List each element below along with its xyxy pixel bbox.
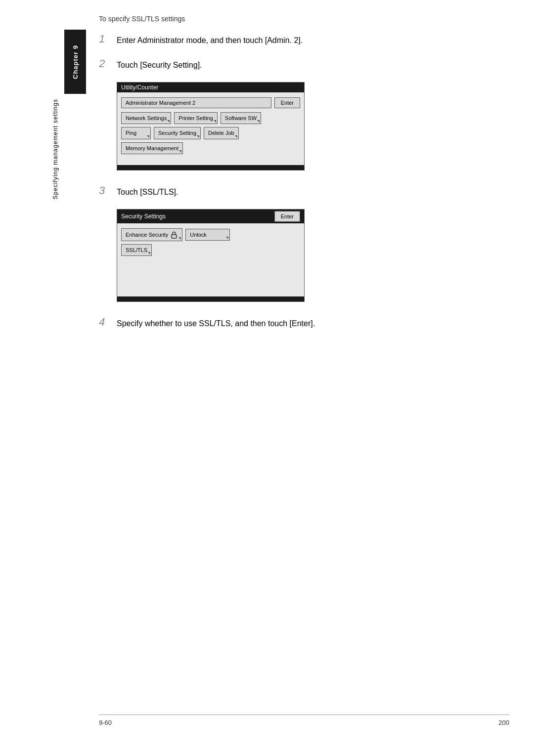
panel2-row2: SSL/TLS [121, 244, 300, 256]
step-1-text: Enter Administrator mode, and then touch… [117, 33, 303, 46]
step-1-number: 1 [99, 33, 117, 45]
footer-page-right: 200 [498, 719, 509, 726]
step-1: 1 Enter Administrator mode, and then tou… [99, 33, 504, 46]
svg-rect-0 [172, 235, 177, 238]
panel1-bottom-bar [117, 165, 304, 170]
step-4-number: 4 [99, 316, 117, 329]
panel1-header: Utility/Counter [117, 83, 304, 92]
panel2-header-label: Security Settings [121, 213, 166, 220]
memory-management-button[interactable]: Memory Management [121, 142, 183, 154]
ping-button[interactable]: Ping [121, 127, 151, 139]
software-sw-button[interactable]: Software SW [221, 112, 261, 124]
main-content: To specify SSL/TLS settings 1 Enter Admi… [99, 15, 504, 340]
sidebar-text: Specifying management settings [52, 99, 62, 199]
panel1-row1: Network Settings Printer Setting Softwar… [121, 112, 300, 124]
delete-job-button[interactable]: Delete Job [204, 127, 239, 139]
panel2-spacer [121, 259, 300, 289]
panel2-enter-button[interactable]: Enter [274, 211, 300, 222]
step-3-number: 3 [99, 184, 117, 197]
footer: 9-60 200 [99, 714, 509, 726]
security-setting-button[interactable]: Security Setting [154, 127, 201, 139]
panel2-body: Enhance Security Unlock SSL/TLS [117, 223, 304, 296]
step-2: 2 Touch [Security Setting]. [99, 57, 504, 71]
security-settings-panel: Security Settings Enter Enhance Security… [117, 209, 305, 302]
panel1-header-label: Utility/Counter [121, 84, 158, 91]
chapter-tab: Chapter 9 [64, 30, 86, 94]
footer-page-left: 9-60 [99, 719, 112, 726]
step-2-number: 2 [99, 57, 117, 70]
printer-setting-button[interactable]: Printer Setting [174, 112, 218, 124]
ssl-tls-button[interactable]: SSL/TLS [121, 244, 152, 256]
step-4: 4 Specify whether to use SSL/TLS, and th… [99, 316, 504, 330]
panel1-enter-button[interactable]: Enter [274, 97, 300, 108]
panel1-body: Administrator Management 2 Enter Network… [117, 92, 304, 165]
lock-icon [170, 231, 178, 239]
unlock-button[interactable]: Unlock [185, 229, 230, 241]
step-3: 3 Touch [SSL/TLS]. [99, 184, 504, 198]
panel2-bottom-bar [117, 296, 304, 301]
step-4-text: Specify whether to use SSL/TLS, and then… [117, 316, 315, 330]
admin-label: Administrator Management 2 [121, 97, 271, 108]
chapter-label: Chapter 9 [72, 45, 79, 79]
admin-row: Administrator Management 2 Enter [121, 97, 300, 108]
network-settings-button[interactable]: Network Settings [121, 112, 171, 124]
section-title: To specify SSL/TLS settings [99, 15, 504, 23]
step-3-text: Touch [SSL/TLS]. [117, 184, 178, 198]
step-2-text: Touch [Security Setting]. [117, 57, 202, 71]
panel2-header: Security Settings Enter [117, 210, 304, 223]
enhance-security-button[interactable]: Enhance Security [121, 228, 182, 241]
panel2-row1: Enhance Security Unlock [121, 228, 300, 241]
utility-counter-panel: Utility/Counter Administrator Management… [117, 82, 305, 170]
panel1-row2: Ping Security Setting Delete Job [121, 127, 300, 139]
panel1-row3: Memory Management [121, 142, 300, 154]
